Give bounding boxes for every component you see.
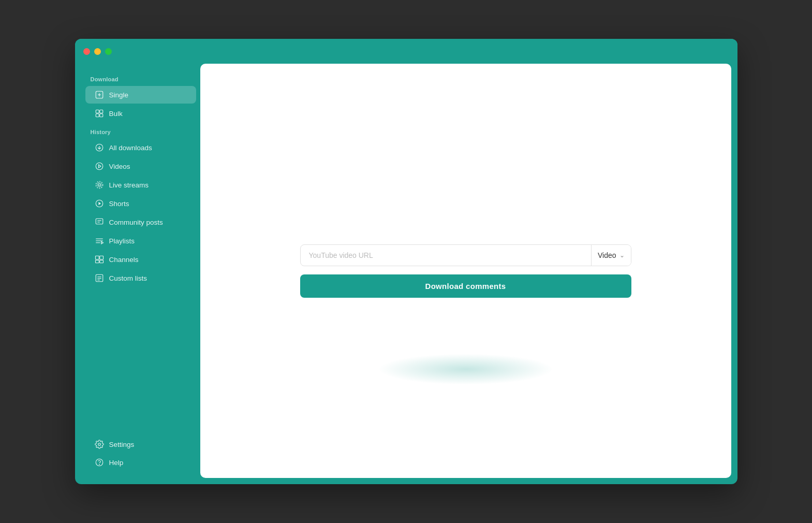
svg-point-9 xyxy=(96,163,103,170)
svg-rect-5 xyxy=(96,114,99,117)
sidebar-item-bulk[interactable]: Bulk xyxy=(85,105,196,122)
single-icon xyxy=(95,90,104,99)
sidebar-item-all-downloads[interactable]: All downloads xyxy=(85,139,196,156)
sidebar-item-all-downloads-label: All downloads xyxy=(109,144,152,152)
community-posts-icon xyxy=(95,217,104,227)
type-select-wrapper[interactable]: Video ⌄ xyxy=(591,245,631,266)
sidebar-item-single-label: Single xyxy=(109,91,129,99)
sidebar-item-channels[interactable]: Channels xyxy=(85,251,196,268)
svg-rect-24 xyxy=(99,256,103,259)
sidebar-item-custom-lists-label: Custom lists xyxy=(109,274,147,282)
sidebar-item-single[interactable]: Single xyxy=(85,86,196,104)
svg-rect-27 xyxy=(96,274,103,282)
type-select-label: Video xyxy=(598,251,616,259)
sidebar-item-bulk-label: Bulk xyxy=(109,110,123,118)
glow-effect xyxy=(378,354,554,385)
svg-rect-16 xyxy=(96,219,103,224)
svg-marker-10 xyxy=(98,165,101,168)
svg-rect-23 xyxy=(95,256,99,259)
shorts-icon xyxy=(95,199,104,208)
svg-rect-25 xyxy=(95,260,99,263)
sidebar-item-playlists[interactable]: Playlists xyxy=(85,232,196,250)
titlebar xyxy=(75,39,737,64)
bulk-icon xyxy=(95,109,104,118)
svg-rect-3 xyxy=(96,110,99,113)
sidebar: Download Single Bulk History All down xyxy=(81,64,200,478)
app-window: Download Single Bulk History All down xyxy=(75,39,737,484)
minimize-button[interactable] xyxy=(94,48,101,55)
window-body: Download Single Bulk History All down xyxy=(75,64,737,484)
sidebar-item-settings[interactable]: Settings xyxy=(85,435,196,453)
live-streams-icon xyxy=(95,180,104,190)
sidebar-item-live-streams[interactable]: Live streams xyxy=(85,176,196,194)
sidebar-item-playlists-label: Playlists xyxy=(109,237,135,245)
svg-point-12 xyxy=(97,183,101,187)
svg-rect-4 xyxy=(99,110,102,113)
svg-point-31 xyxy=(98,443,100,446)
sidebar-item-custom-lists[interactable]: Custom lists xyxy=(85,269,196,287)
main-content: Video ⌄ Download comments xyxy=(200,64,731,478)
history-section-label: History xyxy=(81,123,200,138)
sidebar-item-videos[interactable]: Videos xyxy=(85,157,196,175)
svg-point-32 xyxy=(96,459,103,466)
url-row: Video ⌄ xyxy=(300,244,631,266)
videos-icon xyxy=(95,162,104,171)
svg-rect-6 xyxy=(99,114,102,117)
custom-lists-icon xyxy=(95,273,104,283)
svg-marker-22 xyxy=(101,242,103,244)
center-form: Video ⌄ Download comments xyxy=(300,244,631,298)
download-section-label: Download xyxy=(81,70,200,85)
all-downloads-icon xyxy=(95,143,104,152)
chevron-down-icon: ⌄ xyxy=(619,252,625,259)
maximize-button[interactable] xyxy=(105,48,112,55)
svg-marker-15 xyxy=(98,202,101,205)
close-button[interactable] xyxy=(83,48,90,55)
sidebar-item-channels-label: Channels xyxy=(109,256,139,264)
svg-point-11 xyxy=(98,184,100,186)
sidebar-item-help-label: Help xyxy=(109,459,124,467)
channels-icon xyxy=(95,255,104,264)
playlists-icon xyxy=(95,236,104,245)
help-icon xyxy=(95,458,104,467)
sidebar-item-settings-label: Settings xyxy=(109,441,135,448)
sidebar-item-live-streams-label: Live streams xyxy=(109,181,149,189)
sidebar-item-community-posts-label: Community posts xyxy=(109,219,163,226)
sidebar-item-shorts-label: Shorts xyxy=(109,200,129,208)
sidebar-item-community-posts[interactable]: Community posts xyxy=(85,213,196,231)
sidebar-item-help[interactable]: Help xyxy=(85,454,196,471)
settings-icon xyxy=(95,440,104,449)
download-comments-button[interactable]: Download comments xyxy=(300,274,631,298)
sidebar-item-shorts[interactable]: Shorts xyxy=(85,195,196,212)
url-input[interactable] xyxy=(301,245,591,266)
sidebar-bottom: Settings Help xyxy=(81,435,200,472)
svg-rect-26 xyxy=(99,260,103,263)
sidebar-item-videos-label: Videos xyxy=(109,163,130,170)
